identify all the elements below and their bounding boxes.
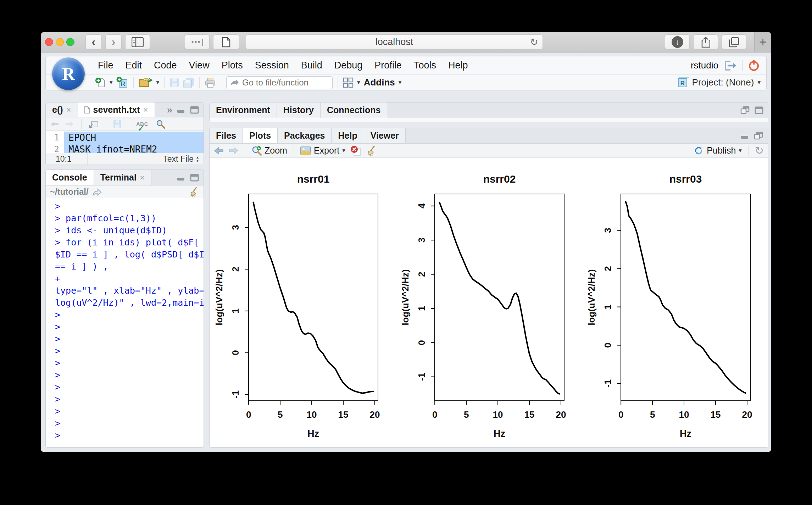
goto-file-input[interactable] (226, 76, 333, 89)
browser-back-button[interactable]: ‹ (85, 34, 102, 50)
tabs-overview-button[interactable] (722, 34, 746, 50)
svg-text:1: 1 (416, 306, 427, 311)
minimize-pane-icon[interactable] (740, 132, 750, 139)
forward-icon[interactable] (65, 121, 74, 128)
refresh-plots-icon[interactable]: ↻ (755, 144, 764, 157)
tab-plots[interactable]: Plots (243, 128, 278, 143)
clear-console-icon[interactable] (189, 187, 199, 197)
maximize-pane-icon[interactable] (190, 174, 199, 182)
sidebar-toggle-button[interactable] (125, 34, 150, 50)
panes-caret[interactable]: ▾ (357, 79, 360, 86)
menu-item[interactable]: Debug (328, 60, 369, 71)
status-spacer (88, 153, 158, 165)
source-tab-seventh[interactable]: seventh.txt × (78, 102, 155, 117)
menu-item[interactable]: View (183, 60, 216, 71)
code-editor[interactable]: 1 EPOCH 2 MASK ifnot=NREM2 (46, 131, 204, 153)
tab-label: Connections (327, 105, 380, 115)
next-plot-icon[interactable] (229, 147, 239, 155)
addins-caret[interactable]: ▾ (399, 79, 402, 86)
reload-icon[interactable]: ↻ (530, 36, 538, 48)
working-directory: ~/tutorial/ (50, 187, 89, 197)
new-tab-button[interactable]: + (754, 32, 771, 52)
browser-forward-button[interactable]: › (105, 34, 122, 50)
close-icon[interactable]: × (143, 105, 148, 115)
source-tab-e[interactable]: e() × (46, 102, 78, 117)
tab-files[interactable]: Files (210, 128, 243, 143)
publish-button[interactable]: Publish ▾ (693, 145, 742, 156)
more-tabs-icon[interactable]: » (167, 104, 172, 116)
cursor-position[interactable]: 10:1 (46, 153, 88, 165)
spellcheck-button[interactable]: ABC ✓ (136, 121, 148, 127)
tab-packages[interactable]: Packages (278, 128, 332, 143)
previous-plot-icon[interactable] (214, 147, 224, 155)
tab-help[interactable]: Help (332, 128, 364, 143)
restore-pane-icon[interactable] (740, 106, 750, 115)
address-bar[interactable]: localhost ↻ (246, 34, 543, 50)
console-output[interactable]: >> par(mfcol=c(1,3))> ids <- unique(d$ID… (46, 198, 204, 447)
menu-item[interactable]: Help (442, 60, 474, 71)
close-icon[interactable]: × (140, 173, 145, 183)
save-icon[interactable] (113, 120, 122, 128)
tab-viewer[interactable]: Viewer (364, 128, 406, 143)
maximize-pane-icon[interactable] (755, 106, 764, 114)
remove-plot-button[interactable] (350, 145, 361, 156)
new-file-caret[interactable]: ▾ (110, 79, 113, 86)
zoom-window-button[interactable] (66, 38, 74, 46)
new-file-button[interactable] (95, 77, 106, 88)
minimize-pane-icon[interactable] (177, 106, 186, 113)
editor-line: 1 EPOCH (46, 132, 204, 143)
restore-pane-icon[interactable] (754, 132, 764, 140)
console-line: == i ] ) , (55, 261, 204, 273)
menu-item[interactable]: Tools (408, 60, 442, 71)
menu-item[interactable]: Profile (368, 60, 408, 71)
tab-console[interactable]: Console (46, 170, 94, 185)
downloads-button[interactable]: ↓ (665, 34, 690, 50)
tab-environment[interactable]: Environment (210, 102, 277, 118)
tab-label: Environment (216, 105, 270, 115)
console-line: > (55, 393, 204, 405)
tab-history[interactable]: History (277, 102, 321, 118)
workspace-panes-button[interactable] (343, 77, 354, 88)
tab-overview-button[interactable]: ••• (185, 34, 210, 50)
clear-all-plots-icon[interactable] (366, 145, 377, 156)
back-icon[interactable] (50, 121, 59, 128)
save-all-button[interactable] (183, 77, 194, 88)
menu-item[interactable]: Code (148, 60, 183, 71)
open-file-button[interactable] (139, 77, 153, 88)
addins-button[interactable]: Addins (364, 77, 395, 88)
new-project-button[interactable]: R (116, 77, 128, 89)
editor-line: 2 MASK ifnot=NREM2 (46, 143, 204, 153)
menu-item[interactable]: Edit (119, 60, 148, 71)
print-button[interactable] (205, 77, 216, 88)
open-file-caret[interactable]: ▾ (156, 79, 160, 86)
share-button[interactable] (693, 34, 718, 50)
svg-text:R: R (680, 80, 684, 87)
close-icon[interactable]: × (66, 105, 71, 115)
file-type-selector[interactable]: Text File ▴▾ (158, 154, 204, 164)
goto-directory-icon[interactable] (92, 188, 102, 196)
menu-item[interactable]: Session (249, 60, 295, 71)
menu-item[interactable]: File (92, 60, 119, 71)
open-in-new-window-icon[interactable] (89, 120, 99, 128)
menu-item[interactable]: Plots (216, 60, 249, 71)
svg-text:0: 0 (416, 340, 427, 345)
tab-connections[interactable]: Connections (321, 102, 387, 118)
menu-item[interactable]: Build (295, 60, 328, 71)
tab-terminal[interactable]: Terminal × (94, 170, 151, 185)
minimize-pane-icon[interactable] (177, 174, 186, 181)
save-button[interactable] (169, 78, 179, 88)
console-line: > (55, 333, 204, 345)
tab-label: History (283, 105, 314, 115)
zoom-plot-button[interactable]: Zoom (252, 145, 287, 156)
maximize-pane-icon[interactable] (190, 106, 199, 114)
minimize-window-button[interactable] (56, 38, 64, 46)
console-line: > (55, 381, 204, 393)
sign-out-button[interactable] (723, 60, 738, 71)
new-page-button[interactable] (213, 34, 239, 50)
search-icon[interactable] (156, 120, 165, 129)
export-plot-button[interactable]: Export ▾ (300, 145, 345, 156)
project-selector[interactable]: R Project: (None) ▾ (677, 77, 766, 89)
export-label: Export (314, 145, 339, 156)
close-window-button[interactable] (45, 38, 53, 46)
quit-session-button[interactable] (748, 60, 760, 72)
